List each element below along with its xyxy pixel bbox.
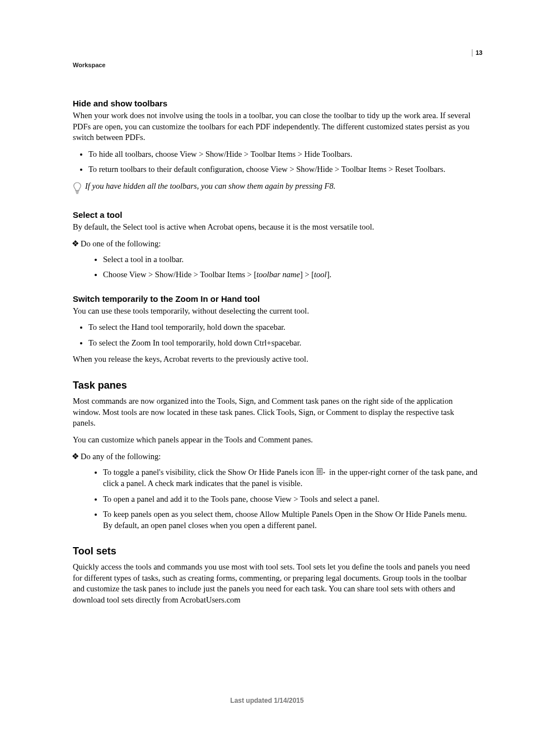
paragraph: When you release the keys, Acrobat rever… xyxy=(73,354,478,365)
list-item: To select the Zoom In tool temporarily, … xyxy=(88,338,478,349)
paragraph: By default, the Select tool is active wh… xyxy=(73,222,478,233)
heading-tool-sets: Tool sets xyxy=(73,545,478,557)
list-item: Select a tool in a toolbar. xyxy=(103,254,478,265)
paragraph: You can use these tools temporarily, wit… xyxy=(73,306,478,317)
page-number: 13 xyxy=(472,49,483,57)
svg-rect-0 xyxy=(76,191,79,192)
show-hide-panels-icon xyxy=(317,467,326,478)
tip: If you have hidden all the toolbars, you… xyxy=(73,181,478,197)
list-item: To hide all toolbars, choose View > Show… xyxy=(88,149,478,160)
list-item: To open a panel and add it to the Tools … xyxy=(103,494,478,505)
list-item: To toggle a panel's visibility, click th… xyxy=(103,467,478,489)
svg-rect-1 xyxy=(76,192,79,193)
page-content: Workspace Hide and show toolbars When yo… xyxy=(0,0,534,606)
text-fragment: ]. xyxy=(327,270,331,279)
svg-rect-2 xyxy=(76,193,78,194)
list-item: To keep panels open as you select them, … xyxy=(103,509,478,531)
tip-text: If you have hidden all the toolbars, you… xyxy=(85,181,335,192)
paragraph: Quickly access the tools and commands yo… xyxy=(73,562,478,605)
procedure-lead: Do any of the following: To toggle a pan… xyxy=(81,451,478,531)
bullet-list: To hide all toolbars, choose View > Show… xyxy=(73,149,478,175)
paragraph: When your work does not involve using th… xyxy=(73,110,478,143)
bullet-list: To select the Hand tool temporarily, hol… xyxy=(73,322,478,348)
paragraph: Most commands are now organized into the… xyxy=(73,396,478,429)
procedure-list: Do any of the following: To toggle a pan… xyxy=(73,451,478,531)
procedure-lead-text: Do any of the following: xyxy=(81,452,161,461)
text-fragment: Choose View > Show/Hide > Toolbar Items … xyxy=(103,270,256,279)
heading-select-a-tool: Select a tool xyxy=(73,210,478,220)
lightbulb-icon xyxy=(73,182,82,197)
text-emphasis: tool xyxy=(314,270,327,279)
list-item: To return toolbars to their default conf… xyxy=(88,164,478,175)
procedure-lead-text: Do one of the following: xyxy=(81,239,161,248)
heading-hide-show-toolbars: Hide and show toolbars xyxy=(73,99,478,108)
footer-last-updated: Last updated 1/14/2015 xyxy=(0,697,534,704)
text-fragment: ] > [ xyxy=(300,270,314,279)
sub-list: To toggle a panel's visibility, click th… xyxy=(81,467,478,531)
sub-list: Select a tool in a toolbar. Choose View … xyxy=(81,254,478,281)
text-emphasis: toolbar name xyxy=(256,270,300,279)
heading-task-panes: Task panes xyxy=(73,380,478,391)
paragraph: You can customize which panels appear in… xyxy=(73,435,478,446)
list-item: Choose View > Show/Hide > Toolbar Items … xyxy=(103,269,478,281)
procedure-list: Do one of the following: Select a tool i… xyxy=(73,238,478,280)
procedure-lead: Do one of the following: Select a tool i… xyxy=(81,238,478,280)
running-head: Workspace xyxy=(73,62,478,68)
svg-rect-3 xyxy=(317,469,322,475)
heading-switch-temporarily: Switch temporarily to the Zoom In or Han… xyxy=(73,294,478,304)
text-fragment: To toggle a panel's visibility, click th… xyxy=(103,468,316,477)
list-item: To select the Hand tool temporarily, hol… xyxy=(88,322,478,333)
